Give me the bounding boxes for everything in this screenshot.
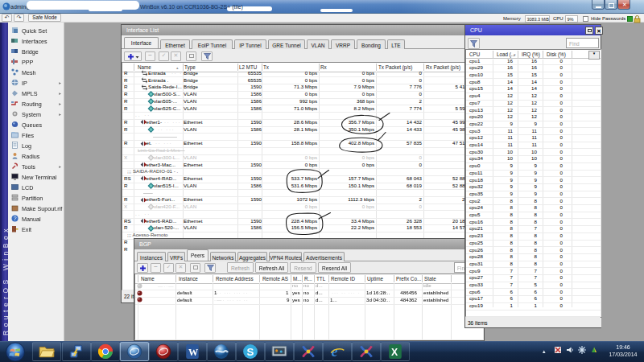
svg-text:W: W	[188, 347, 199, 358]
svg-text:X: X	[391, 347, 398, 358]
svg-text:?: ?	[14, 216, 17, 221]
svg-text:S: S	[247, 346, 254, 358]
